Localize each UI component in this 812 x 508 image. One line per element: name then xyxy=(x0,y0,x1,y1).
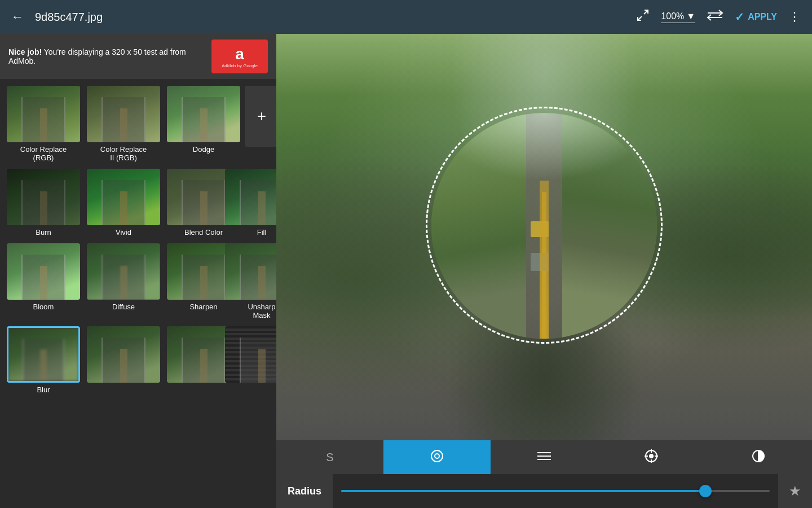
svg-point-10 xyxy=(650,454,653,458)
filter-label-burn: Burn xyxy=(36,228,51,237)
filter-item-bloom[interactable]: Bloom xyxy=(5,241,82,322)
tool-tabs: S xyxy=(276,440,812,474)
filter-label-color-replace: Color Replace(RGB) xyxy=(20,145,67,162)
zoom-dropdown-icon: ▼ xyxy=(686,11,695,21)
filter-item-blur[interactable]: Blur xyxy=(5,324,82,396)
filter-thumb-bottom3 xyxy=(225,326,276,383)
tool-tab-target[interactable] xyxy=(598,440,705,474)
filter-label-bloom: Bloom xyxy=(33,303,54,311)
svg-point-5 xyxy=(435,454,439,458)
filter-thumb-vivid xyxy=(87,169,160,225)
filter-thumb-diffuse xyxy=(87,243,160,300)
filter-label-fill: Fill xyxy=(257,228,267,237)
filter-thumb-unsharp xyxy=(225,243,276,300)
main-image xyxy=(276,34,812,440)
svg-line-1 xyxy=(638,16,642,20)
filter-thumb-bloom xyxy=(7,243,80,300)
target-tab-icon xyxy=(643,448,659,467)
filter-label-sharpen: Sharpen xyxy=(189,303,217,311)
apply-button[interactable]: ✓ APPLY xyxy=(735,10,777,24)
ad-banner[interactable]: Nice job! You're displaying a 320 x 50 t… xyxy=(0,34,276,79)
filter-item-bottom3[interactable] xyxy=(245,324,276,396)
header: ← 9d85c477.jpg 100% ▼ ✓ APPLY xyxy=(0,0,812,34)
filter-label-diffuse: Diffuse xyxy=(112,303,135,311)
canvas-area[interactable] xyxy=(276,34,812,440)
filter-grid: Color Replace(RGB) Color ReplaceII (RGB)… xyxy=(0,79,276,508)
filter-item-bottom1[interactable] xyxy=(85,324,162,396)
filename: 9d85c477.jpg xyxy=(35,11,625,24)
filter-label-blur: Blur xyxy=(37,386,50,394)
filter-item-vivid[interactable]: Vivid xyxy=(85,167,162,239)
radius-label: Radius xyxy=(276,474,333,508)
filter-thumb-dodge xyxy=(167,86,240,142)
right-panel: S xyxy=(276,34,812,508)
add-filter-button[interactable]: + xyxy=(245,86,276,147)
apply-label: APPLY xyxy=(748,12,777,22)
lines-tab-icon xyxy=(536,450,552,465)
tool-tab-s[interactable]: S xyxy=(276,440,383,474)
filter-thumb-bottom1 xyxy=(87,326,160,383)
svg-line-0 xyxy=(644,10,648,14)
tool-params: Radius ★ xyxy=(276,474,812,508)
ad-logo-sub: AdMob by Google xyxy=(222,63,258,68)
zoom-control[interactable]: 100% ▼ xyxy=(661,11,695,23)
filter-label-vivid: Vivid xyxy=(116,228,131,237)
svg-point-4 xyxy=(431,450,443,462)
filter-item-color-replace[interactable]: Color Replace(RGB) xyxy=(5,84,82,164)
filter-thumb-blur xyxy=(7,326,80,383)
fullscreen-icon[interactable] xyxy=(636,8,650,25)
swap-icon[interactable] xyxy=(707,8,723,25)
radius-slider-track[interactable] xyxy=(341,490,770,492)
more-options-icon[interactable]: ⋮ xyxy=(788,10,801,24)
filter-thumb-fill xyxy=(225,169,276,225)
selection-circle[interactable] xyxy=(426,107,663,344)
filter-item-diffuse[interactable]: Diffuse xyxy=(85,241,162,322)
main-content: Nice job! You're displaying a 320 x 50 t… xyxy=(0,34,812,508)
ad-logo-letter: a xyxy=(235,45,244,63)
checkmark-icon: ✓ xyxy=(735,10,744,24)
back-button[interactable]: ← xyxy=(11,10,24,24)
half-circle-tab-icon xyxy=(751,448,766,467)
ad-text: Nice job! You're displaying a 320 x 50 t… xyxy=(8,47,206,65)
filter-label-color-replace2: Color ReplaceII (RGB) xyxy=(100,145,147,162)
circle-tab-icon xyxy=(429,448,445,467)
left-panel: Nice job! You're displaying a 320 x 50 t… xyxy=(0,34,276,508)
tool-tab-lines[interactable] xyxy=(491,440,598,474)
tool-tab-half-circle[interactable] xyxy=(705,440,812,474)
bottom-toolbar: S xyxy=(276,440,812,508)
filter-item-color-replace2[interactable]: Color ReplaceII (RGB) xyxy=(85,84,162,164)
ad-text-bold: Nice job! xyxy=(8,47,42,56)
radius-slider-thumb[interactable] xyxy=(699,485,712,497)
filter-label-blend-color: Blend Color xyxy=(184,228,223,237)
s-tab-label: S xyxy=(326,451,333,464)
filter-label-unsharp: Unsharp Mask xyxy=(247,303,276,319)
star-button[interactable]: ★ xyxy=(778,474,812,508)
radius-slider-container[interactable] xyxy=(333,490,778,492)
ad-logo[interactable]: a AdMob by Google xyxy=(211,40,268,73)
header-controls: 100% ▼ ✓ APPLY ⋮ xyxy=(636,8,801,25)
zoom-level: 100% xyxy=(661,11,684,21)
filter-item-fill[interactable]: Fill xyxy=(245,167,276,239)
filter-item-burn[interactable]: Burn xyxy=(5,167,82,239)
tool-tab-circle[interactable] xyxy=(383,440,491,474)
filter-thumb-color-replace2 xyxy=(87,86,160,142)
filter-thumb-color-replace xyxy=(7,86,80,142)
filter-item-unsharp[interactable]: Unsharp Mask xyxy=(245,241,276,322)
filter-item-dodge[interactable]: Dodge xyxy=(165,84,242,164)
radius-slider-fill xyxy=(341,490,705,492)
filter-thumb-burn xyxy=(7,169,80,225)
filter-label-dodge: Dodge xyxy=(193,145,214,154)
